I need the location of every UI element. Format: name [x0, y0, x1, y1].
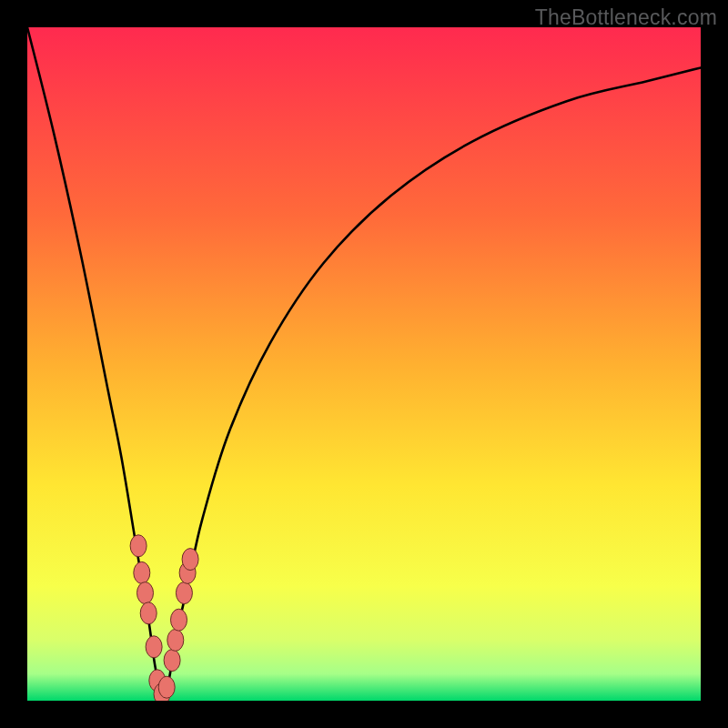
- plot-area: [27, 27, 701, 701]
- chart-svg: [27, 27, 701, 701]
- outer-frame: TheBottleneck.com: [0, 0, 728, 728]
- data-marker: [176, 582, 192, 604]
- marker-layer: [130, 535, 198, 701]
- data-marker: [158, 676, 175, 698]
- data-marker: [140, 602, 157, 624]
- data-marker: [182, 549, 198, 571]
- data-marker: [167, 629, 184, 651]
- data-marker: [171, 609, 187, 631]
- data-marker: [134, 561, 150, 583]
- watermark-text: TheBottleneck.com: [535, 5, 717, 30]
- data-marker: [146, 636, 162, 658]
- data-marker: [130, 535, 147, 557]
- bottleneck-curve: [27, 27, 701, 694]
- data-marker: [137, 582, 154, 604]
- data-marker: [164, 650, 180, 672]
